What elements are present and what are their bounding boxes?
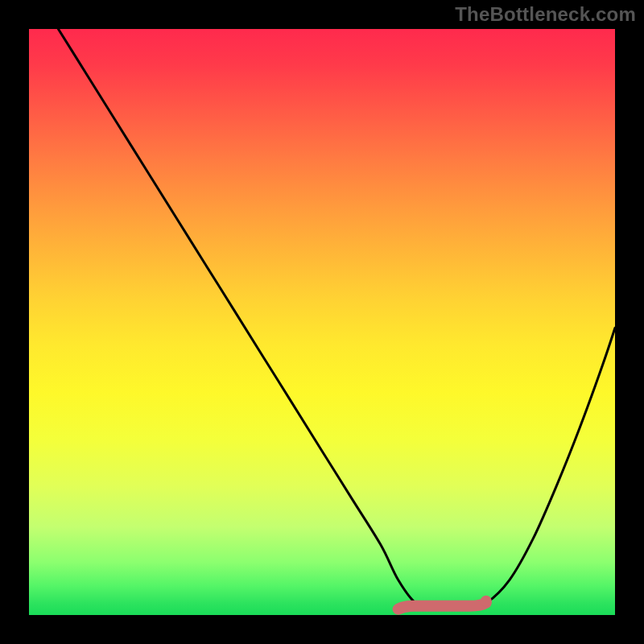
bottleneck-curve-path — [58, 29, 615, 609]
optimal-range-marker — [398, 603, 486, 609]
chart-frame: TheBottleneck.com — [0, 0, 644, 644]
watermark-text: TheBottleneck.com — [455, 3, 636, 26]
optimal-end-dot — [481, 596, 492, 607]
chart-svg — [29, 29, 615, 615]
